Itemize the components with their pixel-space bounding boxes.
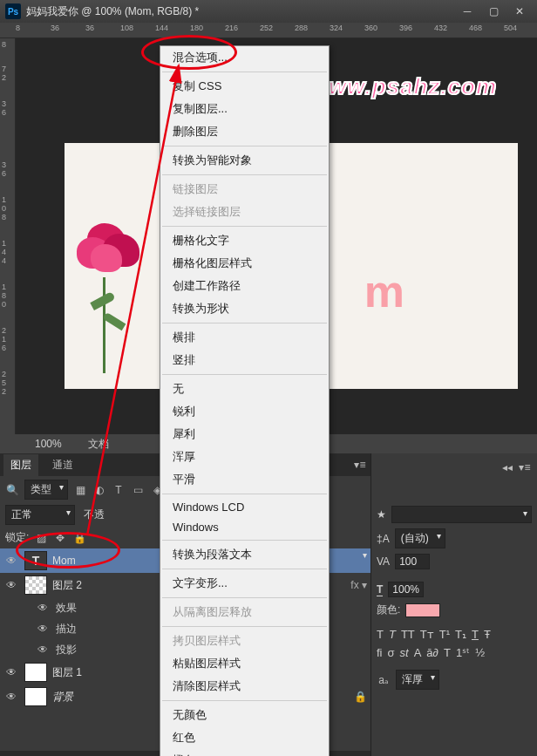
menu-item[interactable]: Windows bbox=[160, 517, 329, 537]
superscript-icon[interactable]: T¹ bbox=[439, 628, 450, 641]
search-icon[interactable]: 🔍 bbox=[5, 483, 19, 497]
italic-icon[interactable]: T bbox=[389, 628, 396, 641]
layer-name[interactable]: 图层 1 bbox=[52, 665, 82, 680]
layer-name[interactable]: 背景 bbox=[52, 690, 73, 705]
menu-item[interactable]: 混合选项... bbox=[160, 46, 329, 69]
filter-shape-icon[interactable]: ▭ bbox=[131, 483, 145, 497]
layer-context-menu: 混合选项...复制 CSS复制图层...删除图层转换为智能对象链接图层选择链接图… bbox=[160, 45, 330, 756]
menu-item[interactable]: 浑厚 bbox=[160, 446, 329, 468]
tab-channels[interactable]: 通道 bbox=[45, 454, 80, 476]
bold-icon[interactable]: T bbox=[377, 628, 384, 641]
menu-item[interactable]: 删除图层 bbox=[160, 120, 329, 143]
filter-adjust-icon[interactable]: ◐ bbox=[92, 483, 106, 497]
menu-item[interactable]: 犀利 bbox=[160, 423, 329, 446]
layer-thumb bbox=[24, 576, 47, 595]
menu-item[interactable]: 复制 CSS bbox=[160, 75, 329, 98]
menu-item[interactable]: 红色 bbox=[160, 726, 329, 749]
aa-icon: aₐ bbox=[377, 673, 391, 687]
scale-icon: T bbox=[377, 583, 383, 596]
character-panel: ◂◂ ▾≡ ★ ‡A (自动) VA 100 T 100% 颜色: bbox=[370, 453, 537, 756]
menu-item[interactable]: Windows LCD bbox=[160, 497, 329, 517]
smallcaps-icon[interactable]: Tᴛ bbox=[420, 628, 434, 641]
visibility-icon[interactable]: 👁 bbox=[3, 691, 19, 703]
antialias-select[interactable]: 浑厚 bbox=[396, 670, 439, 690]
ruler-horizontal: 83636 108144180 216252288 324360396 4324… bbox=[0, 23, 537, 38]
leading-select[interactable]: (自动) bbox=[395, 528, 445, 548]
tracking-input[interactable]: 100 bbox=[395, 554, 430, 569]
menu-item[interactable]: 横排 bbox=[160, 326, 329, 349]
filter-kind-select[interactable]: 类型 bbox=[24, 480, 68, 500]
panel-menu-icon[interactable]: ▾≡ bbox=[353, 458, 367, 472]
ruler-vertical: 87236 36108 144180 216252 bbox=[0, 38, 16, 434]
type-style-row: T T TT Tᴛ T¹ T₁ T Ŧ bbox=[377, 628, 532, 641]
maximize-button[interactable]: ▢ bbox=[481, 3, 506, 19]
tracking-icon: VA bbox=[377, 555, 390, 568]
opentype-row: fiσ stA ā∂T 1ˢᵗ½ bbox=[377, 646, 532, 659]
menu-item[interactable]: 创建工作路径 bbox=[160, 275, 329, 297]
menu-item[interactable]: 竖排 bbox=[160, 349, 329, 371]
flower-image bbox=[65, 213, 160, 378]
tab-layers[interactable]: 图层 bbox=[3, 454, 38, 476]
visibility-icon[interactable]: 👁 bbox=[35, 602, 51, 614]
layer-thumb bbox=[24, 687, 47, 706]
menu-item[interactable]: 无颜色 bbox=[160, 704, 329, 726]
menu-item: 从隔离图层释放 bbox=[160, 601, 329, 623]
menu-item[interactable]: 无 bbox=[160, 378, 329, 400]
ps-icon: Ps bbox=[5, 3, 21, 19]
watermark: www.psahz.com bbox=[310, 73, 497, 100]
layer-name[interactable]: Mom bbox=[52, 555, 76, 567]
menu-item[interactable]: 粘贴图层样式 bbox=[160, 652, 329, 675]
menu-item[interactable]: 转换为形状 bbox=[160, 297, 329, 320]
doc-info[interactable]: 文档 bbox=[88, 437, 109, 452]
panel-menu-icon[interactable]: ▾≡ bbox=[518, 460, 532, 474]
strike-icon[interactable]: Ŧ bbox=[484, 628, 491, 641]
layer-thumb: T bbox=[24, 551, 47, 570]
color-swatch[interactable] bbox=[405, 603, 440, 617]
lock-all-icon[interactable]: 🔒 bbox=[72, 531, 86, 545]
allcaps-icon[interactable]: TT bbox=[401, 628, 415, 641]
visibility-icon[interactable]: 👁 bbox=[3, 555, 19, 567]
visibility-icon[interactable]: 👁 bbox=[35, 644, 51, 656]
zoom-level[interactable]: 100% bbox=[35, 438, 62, 450]
menu-item[interactable]: 文字变形... bbox=[160, 572, 329, 595]
menu-item: 选择链接图层 bbox=[160, 201, 329, 223]
menu-item[interactable]: 栅格化文字 bbox=[160, 229, 329, 252]
menu-item[interactable]: 平滑 bbox=[160, 468, 329, 491]
menu-item: 链接图层 bbox=[160, 178, 329, 201]
menu-item[interactable]: 清除图层样式 bbox=[160, 675, 329, 698]
blend-mode-select[interactable]: 正常 bbox=[5, 505, 75, 525]
menu-item: 拷贝图层样式 bbox=[160, 630, 329, 652]
subscript-icon[interactable]: T₁ bbox=[455, 628, 466, 641]
window-title: 妈妈我爱你 @ 100% (Mom, RGB/8) * bbox=[26, 4, 455, 19]
underline-icon[interactable]: T bbox=[472, 628, 479, 641]
menu-item[interactable]: 转换为智能对象 bbox=[160, 149, 329, 172]
menu-item[interactable]: 锐利 bbox=[160, 400, 329, 423]
minimize-button[interactable]: ─ bbox=[455, 3, 479, 19]
menu-item[interactable]: 转换为段落文本 bbox=[160, 543, 329, 566]
visibility-icon[interactable]: 👁 bbox=[3, 666, 19, 678]
close-button[interactable]: ✕ bbox=[507, 3, 532, 19]
layer-name[interactable]: 图层 2 bbox=[52, 578, 82, 593]
visibility-icon[interactable]: 👁 bbox=[3, 579, 19, 591]
filter-type-icon[interactable]: T bbox=[112, 483, 126, 497]
lock-pixels-icon[interactable]: ▨ bbox=[34, 531, 48, 545]
font-family-select[interactable] bbox=[391, 506, 532, 523]
filter-pixel-icon[interactable]: ▦ bbox=[73, 483, 87, 497]
mom-text[interactable]: m bbox=[364, 265, 404, 317]
menu-item[interactable]: 橙色 bbox=[160, 749, 329, 756]
titlebar: Ps 妈妈我爱你 @ 100% (Mom, RGB/8) * ─ ▢ ✕ bbox=[0, 0, 537, 23]
panel-collapse-icon[interactable]: ◂◂ bbox=[500, 460, 514, 474]
menu-item[interactable]: 栅格化图层样式 bbox=[160, 252, 329, 275]
visibility-icon[interactable]: 👁 bbox=[35, 623, 51, 635]
color-label: 颜色: bbox=[377, 603, 400, 617]
layer-thumb bbox=[24, 663, 47, 682]
leading-icon: ‡A bbox=[377, 533, 390, 545]
lock-label: 锁定: bbox=[5, 530, 29, 545]
menu-item[interactable]: 复制图层... bbox=[160, 98, 329, 120]
lock-position-icon[interactable]: ✥ bbox=[53, 531, 67, 545]
scale-input[interactable]: 100% bbox=[388, 582, 424, 597]
opacity-label: 不透 bbox=[84, 507, 105, 522]
